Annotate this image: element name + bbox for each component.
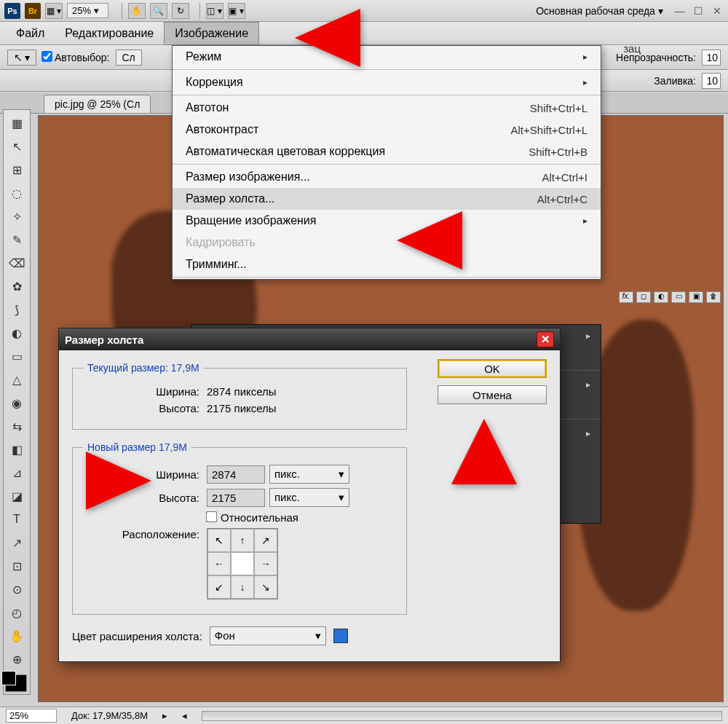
annotation-arrow-4 [451,404,517,484]
minimize-icon[interactable]: — [673,5,687,17]
close-icon[interactable]: ✕ [711,5,724,17]
menu-item-autocontrast[interactable]: АвтоконтрастAlt+Shift+Ctrl+L [173,119,601,141]
panel-icons-strip: fx. ◻ ◐ ▭ ▣ 🗑 [619,291,721,303]
tool-10[interactable]: ▭ [5,345,28,367]
anchor-grid[interactable]: ↖↑↗ ←→ ↙↓↘ [207,528,278,599]
ok-button[interactable]: OK [438,359,547,378]
tool-7[interactable]: ✿ [5,275,28,297]
anchor-nw[interactable]: ↖ [207,529,231,552]
app-titlebar: Ps Br ▦ ▾ 25% ▾ ✋ 🔍 ↻ ◫ ▾ ▣ ▾ Основная р… [0,0,728,22]
scroll-left-icon[interactable]: ◂ [182,710,187,721]
rotate-view-icon[interactable]: ↻ [172,3,189,19]
status-arrow-icon[interactable]: ▸ [162,710,167,721]
document-tab[interactable]: pic.jpg @ 25% (Сл [44,95,151,113]
fill-value[interactable]: 10 [702,73,721,89]
tool-3[interactable]: ◌ [5,182,28,204]
anchor-center[interactable] [231,552,254,575]
trash-icon[interactable]: 🗑 [706,291,721,303]
menu-item-canvas-size[interactable]: Размер холста...Alt+Ctrl+C [173,188,601,210]
tool-13[interactable]: ⇆ [5,415,28,437]
tool-11[interactable]: △ [5,369,28,390]
anchor-se[interactable]: ↘ [254,575,277,599]
tool-14[interactable]: ◧ [5,438,28,460]
tool-22[interactable]: ✋ [5,625,28,647]
menu-image[interactable]: Изображение [164,22,259,45]
tool-0[interactable]: ▦ [5,112,28,134]
menu-item-mode[interactable]: Режим [173,46,601,68]
mask-icon[interactable]: ◻ [636,291,651,303]
tool-12[interactable]: ◉ [5,392,28,414]
ext-color-combo[interactable]: Фон▾ [210,626,326,645]
autoselect-combo[interactable]: Сл [116,50,142,66]
tool-23[interactable]: ⊕ [5,648,28,670]
group-icon[interactable]: ▭ [671,291,686,303]
tool-19[interactable]: ⊡ [5,555,28,577]
toolbox: ▦↖⊞◌✧✎⌫✿⟆◐▭△◉⇆◧⊿◪T↗⊡⊙◴✋⊕ [3,109,31,695]
arrange-docs-icon[interactable]: ◫ ▾ [206,3,223,19]
height-unit-combo[interactable]: пикс.▾ [269,488,349,507]
zoom-tool-icon[interactable]: 🔍 [150,3,167,19]
ext-color-swatch[interactable] [333,629,348,643]
tool-6[interactable]: ⌫ [5,252,28,274]
panel-tab-partial[interactable]: зац [623,42,641,55]
status-doc-size: Док: 17,9M/35,8M [71,710,148,721]
tool-1[interactable]: ↖ [5,135,28,157]
hand-tool-icon[interactable]: ✋ [128,3,146,19]
adjust-icon[interactable]: ◐ [654,291,668,303]
tool-16[interactable]: ◪ [5,485,28,507]
tool-8[interactable]: ⟆ [5,299,28,320]
menu-file[interactable]: Файл [6,23,55,44]
tool-4[interactable]: ✧ [5,205,28,227]
tool-20[interactable]: ⊙ [5,578,28,600]
new-icon[interactable]: ▣ [689,291,703,303]
anchor-ne[interactable]: ↗ [254,529,277,552]
anchor-e[interactable]: → [254,552,277,575]
tool-18[interactable]: ↗ [5,532,28,554]
anchor-n[interactable]: ↑ [231,529,254,552]
color-swatch[interactable] [5,674,27,692]
screen-mode-icon[interactable]: ▣ ▾ [228,3,245,19]
dialog-close-button[interactable]: ✕ [537,331,554,347]
current-size-legend: Текущий размер: 17,9M [83,362,204,374]
fx-icon[interactable]: fx. [619,291,633,303]
status-zoom[interactable]: 25% [6,709,57,723]
anchor-sw[interactable]: ↙ [207,575,231,599]
anchor-w[interactable]: ← [207,552,231,575]
maximize-icon[interactable]: ☐ [692,5,705,17]
menu-item-adjustments[interactable]: Коррекция [173,71,601,93]
annotation-arrow-2 [382,211,462,277]
horizontal-scrollbar[interactable] [202,711,722,721]
tool-preset-picker[interactable]: ↖ ▾ [7,50,36,66]
window-controls: — ☐ ✕ [670,5,724,17]
menu-item-autocolor[interactable]: Автоматическая цветовая коррекцияShift+C… [173,141,601,162]
svg-marker-3 [451,419,517,484]
current-height-value: 2175 пикселы [207,402,277,414]
current-width-label: Ширина: [83,385,207,398]
tool-2[interactable]: ⊞ [5,159,28,181]
tool-21[interactable]: ◴ [5,602,28,623]
width-unit-combo[interactable]: пикс.▾ [269,465,349,484]
menu-item-image-size[interactable]: Размер изображения...Alt+Ctrl+I [173,166,601,188]
dialog-title: Размер холста [65,334,143,346]
menu-edit[interactable]: Редактирование [55,23,164,44]
status-bar: 25% Док: 17,9M/35,8M ▸ ◂ [0,707,728,724]
anchor-label: Расположение: [83,528,207,540]
workspace-switcher[interactable]: Основная рабочая среда ▾ [529,5,670,17]
opacity-value[interactable]: 10 [702,50,721,66]
zoom-level-combo[interactable]: 25% ▾ [67,3,108,18]
anchor-s[interactable]: ↓ [231,575,254,599]
cancel-button[interactable]: Отмена [438,385,547,404]
new-height-input[interactable] [207,489,265,507]
bridge-logo-icon[interactable]: Br [25,3,41,19]
ps-logo-icon: Ps [4,3,20,19]
tool-17[interactable]: T [5,508,28,530]
mini-bridge-icon[interactable]: ▦ ▾ [45,3,63,19]
tool-5[interactable]: ✎ [5,229,28,251]
tool-9[interactable]: ◐ [5,322,28,344]
relative-checkbox[interactable]: Относительная [207,511,298,524]
menu-item-autotone[interactable]: АвтотонShift+Ctrl+L [173,97,601,119]
new-width-input[interactable] [207,465,265,484]
autoselect-checkbox[interactable]: Автовыбор: [42,52,110,63]
dialog-titlebar[interactable]: Размер холста ✕ [59,328,560,350]
tool-15[interactable]: ⊿ [5,462,28,484]
